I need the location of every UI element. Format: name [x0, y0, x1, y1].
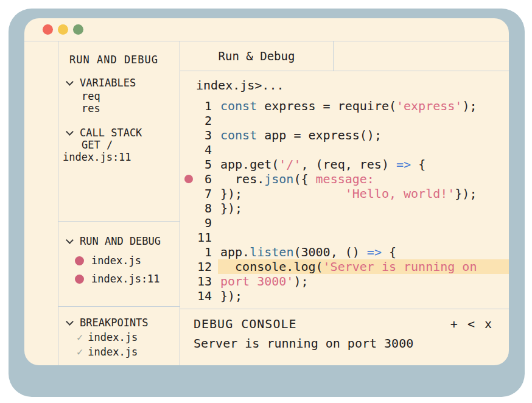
editor-area: Run & Debug index.js>... 1const express …	[180, 41, 509, 365]
code-line: 1app.listen(3000, () => {	[180, 245, 509, 259]
variables-section-header[interactable]: VARIABLES	[67, 77, 136, 89]
code-line: 1const express = require('express');	[180, 99, 509, 113]
debug-console-title: DEBUG CONSOLE	[194, 317, 297, 331]
code-line: 2	[180, 113, 509, 128]
code-line-highlighted: 12 console.log('Server is running on	[180, 259, 509, 274]
chevron-down-icon	[66, 318, 74, 326]
code-line: 9	[180, 216, 509, 230]
sidebar-divider	[58, 306, 180, 307]
breakpoint-dot-icon	[75, 275, 84, 284]
debug-target-label: index.js	[91, 254, 141, 267]
code-line: 11	[180, 230, 509, 245]
run-and-debug-sidebar: RUN AND DEBUG VARIABLES req res CALL STA…	[58, 41, 180, 365]
breakpoint-dot[interactable]	[184, 175, 193, 183]
line-number: 11	[195, 230, 212, 245]
check-icon: ✓	[77, 346, 83, 358]
tab-run-and-debug[interactable]: Run & Debug	[180, 41, 334, 71]
debug-target-item[interactable]: index.js	[75, 254, 141, 267]
check-icon: ✓	[77, 331, 83, 343]
variable-item[interactable]: res	[82, 102, 100, 114]
run-and-debug-section-header[interactable]: RUN AND DEBUG	[67, 235, 161, 247]
breakpoints-section-header[interactable]: BREAKPOINTS	[67, 317, 149, 329]
breakpoints-label: BREAKPOINTS	[80, 317, 149, 329]
app-window: RUN AND DEBUG VARIABLES req res CALL STA…	[24, 18, 509, 365]
close-window-button[interactable]	[43, 24, 53, 35]
window-titlebar	[24, 18, 509, 41]
line-number: 9	[195, 216, 212, 230]
line-number: 5	[195, 157, 212, 172]
code-line: 3const app = express();	[180, 128, 509, 142]
sidebar-divider	[58, 221, 180, 222]
breakpoint-file-label: index.js	[88, 346, 138, 358]
maximize-window-button[interactable]	[73, 24, 83, 35]
code-line: 8});	[180, 201, 509, 216]
line-number: 2	[195, 113, 212, 128]
breadcrumb: index.js>...	[196, 78, 284, 93]
close-icon[interactable]: x	[485, 317, 492, 331]
call-stack-item[interactable]: index.js:11	[63, 151, 131, 163]
code-line: 5app.get('/', (req, res) => {	[180, 157, 509, 172]
line-number: 12	[195, 259, 212, 274]
console-output: Server is running on port 3000	[194, 336, 413, 351]
collapse-icon[interactable]: <	[467, 317, 475, 331]
line-number: 13	[195, 274, 212, 289]
debug-console-actions: + < x	[450, 317, 492, 331]
editor-tab-bar: Run & Debug	[180, 41, 509, 71]
breakpoint-item[interactable]: ✓index.js	[77, 346, 138, 358]
debug-console-panel: DEBUG CONSOLE + < x Server is running on…	[180, 309, 509, 365]
breakpoint-dot-icon	[75, 256, 84, 265]
add-icon[interactable]: +	[450, 317, 458, 331]
breakpoint-item[interactable]: ✓index.js	[77, 331, 138, 343]
code-line: 13port 3000');	[180, 274, 509, 289]
main-area: RUN AND DEBUG VARIABLES req res CALL STA…	[24, 41, 509, 365]
breakpoint-file-label: index.js	[88, 331, 138, 343]
line-number: 4	[195, 142, 212, 157]
sidebar-title: RUN AND DEBUG	[69, 54, 158, 66]
code-line: 6 res.json({ message:	[180, 172, 509, 186]
code-line: 14});	[180, 289, 509, 303]
code-line: 7}); 'Hello, world!'});	[180, 186, 509, 201]
call-stack-label: CALL STACK	[80, 127, 142, 139]
debug-target-label: index.js:11	[91, 273, 160, 285]
line-number: 14	[195, 289, 212, 303]
chevron-down-icon	[66, 78, 74, 86]
chevron-down-icon	[66, 236, 74, 244]
line-number: 1	[195, 99, 212, 113]
line-number: 1	[195, 245, 212, 259]
line-number: 8	[195, 201, 212, 216]
minimize-window-button[interactable]	[58, 24, 68, 35]
chevron-down-icon	[66, 128, 74, 136]
variables-label: VARIABLES	[80, 77, 136, 89]
run-and-debug-label: RUN AND DEBUG	[80, 235, 161, 247]
code-editor[interactable]: 1const express = require('express'); 2 3…	[180, 99, 509, 303]
tab-label: Run & Debug	[219, 49, 295, 63]
call-stack-section-header[interactable]: CALL STACK	[67, 127, 142, 139]
call-stack-item[interactable]: GET /	[82, 139, 113, 151]
line-number: 7	[195, 186, 212, 201]
line-number: 3	[195, 128, 212, 142]
activity-bar	[24, 41, 58, 365]
line-number: 6	[195, 172, 212, 186]
code-line: 4	[180, 142, 509, 157]
debug-target-item[interactable]: index.js:11	[75, 273, 160, 285]
variable-item[interactable]: req	[82, 90, 100, 102]
